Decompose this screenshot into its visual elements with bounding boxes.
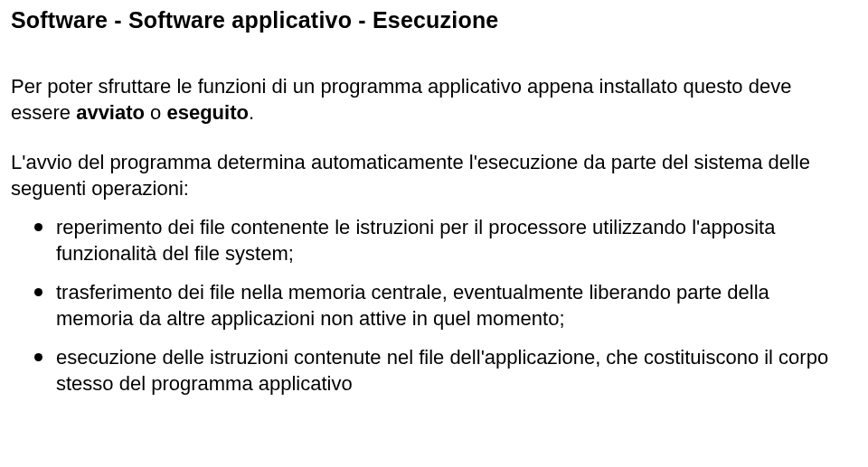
lead-paragraph: L'avvio del programma determina automati… bbox=[11, 149, 843, 201]
page-title: Software - Software applicativo - Esecuz… bbox=[11, 7, 843, 33]
bullet-text: trasferimento dei file nella memoria cen… bbox=[56, 281, 769, 330]
bullet-text: esecuzione delle istruzioni contenute ne… bbox=[56, 346, 828, 395]
list-item: esecuzione delle istruzioni contenute ne… bbox=[34, 344, 843, 397]
intro-bold-eseguito: eseguito bbox=[166, 101, 248, 124]
bullet-text: reperimento dei file contenente le istru… bbox=[56, 216, 775, 265]
list-item: reperimento dei file contenente le istru… bbox=[34, 214, 843, 266]
bullet-list: reperimento dei file contenente le istru… bbox=[11, 214, 843, 397]
intro-text-middle: o bbox=[145, 101, 166, 124]
intro-paragraph: Per poter sfruttare le funzioni di un pr… bbox=[11, 73, 843, 126]
intro-bold-avviato: avviato bbox=[76, 101, 145, 124]
intro-text-post: . bbox=[249, 101, 254, 124]
document-page: Software - Software applicativo - Esecuz… bbox=[0, 0, 868, 467]
list-item: trasferimento dei file nella memoria cen… bbox=[34, 279, 843, 332]
